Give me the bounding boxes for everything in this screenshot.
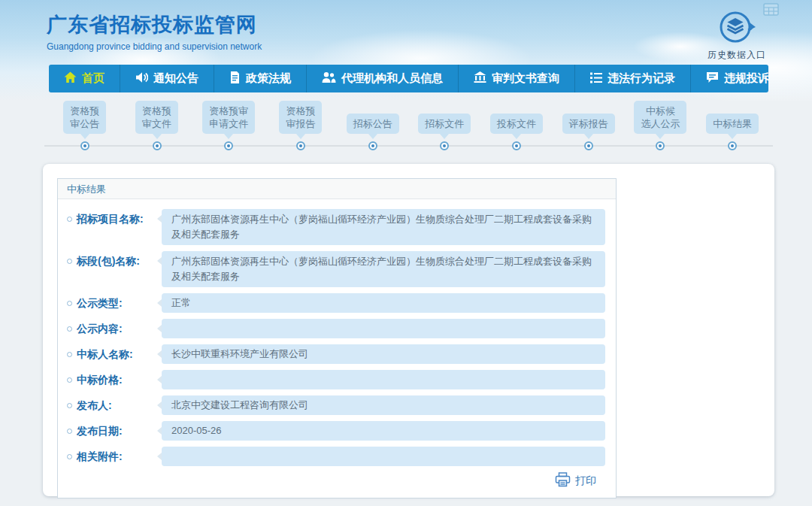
step-bubble[interactable]: 资格预审 申请文件 <box>202 101 255 134</box>
step-candidate-publicity: 中标候 选人公示 <box>625 101 697 150</box>
step-prequal-report: 资格预 审报告 <box>265 101 337 150</box>
step-tender-announcement: 招标公告 <box>337 101 409 150</box>
people-icon <box>322 71 336 86</box>
bullet-icon <box>67 326 72 332</box>
field-label: 发布日期: <box>77 421 123 441</box>
step-bid-document: 投标文件 <box>480 101 553 150</box>
nav-item-agencies[interactable]: 代理机构和人员信息 <box>307 65 459 92</box>
step-dot-icon <box>368 141 377 150</box>
bubble-pointer-icon <box>153 134 162 139</box>
step-dot-icon <box>296 141 305 150</box>
step-dot-icon <box>153 141 162 150</box>
field-label: 中标价格: <box>77 370 123 389</box>
step-bubble[interactable]: 评标报告 <box>562 114 615 134</box>
field-label: 相关附件: <box>77 447 123 466</box>
bubble-pointer-icon <box>728 134 737 139</box>
field-row-winning-price: 中标价格: <box>67 370 605 389</box>
step-bubble[interactable]: 中标结果 <box>706 114 759 134</box>
print-button[interactable]: 打印 <box>555 472 596 489</box>
field-value: 正常 <box>162 293 605 313</box>
field-value: 广州东部固体资源再生中心（萝岗福山循环经济产业园）生物质综合处理厂二期工程成套设… <box>162 209 605 245</box>
field-label: 公示内容: <box>77 319 123 338</box>
nav-item-notices[interactable]: 通知公告 <box>120 65 214 92</box>
step-prequal-document: 资格预 审文件 <box>121 101 193 150</box>
bullet-icon <box>67 259 72 264</box>
home-icon <box>64 71 77 86</box>
step-dot-icon <box>512 141 521 150</box>
field-value <box>162 447 605 466</box>
page-title: 广东省招标投标监管网 <box>47 11 262 38</box>
step-dot-icon <box>80 141 89 150</box>
bubble-pointer-icon <box>584 134 593 139</box>
nav-item-policies[interactable]: 政策法规 <box>214 65 307 92</box>
nav-item-label: 首页 <box>82 71 105 86</box>
field-label: 招标项目名称: <box>77 209 144 229</box>
nav-item-label: 审判文书查询 <box>492 71 559 86</box>
panel-title: 中标结果 <box>58 179 616 199</box>
step-dot-icon <box>224 141 233 150</box>
field-row-publish-date: 发布日期: 2020-05-26 <box>67 421 605 441</box>
bubble-pointer-icon <box>296 134 305 139</box>
field-label: 发布人: <box>77 395 112 415</box>
nav-item-home[interactable]: 首页 <box>49 65 120 92</box>
history-data-icon <box>718 35 756 47</box>
process-steps: 资格预 审公告 资格预 审文件 资格预审 申请文件 资格预 审报告 招标公告 招… <box>49 101 768 150</box>
step-bubble[interactable]: 投标文件 <box>490 114 543 134</box>
step-bubble[interactable]: 资格预 审文件 <box>135 101 178 134</box>
step-bubble[interactable]: 资格预 审公告 <box>63 101 106 134</box>
step-prequal-application: 资格预审 申请文件 <box>192 101 265 150</box>
bullet-icon <box>67 301 72 306</box>
content-card: 中标结果 招标项目名称: 广州东部固体资源再生中心（萝岗福山循环经济产业园）生物… <box>43 164 774 496</box>
step-prequal-announcement: 资格预 审公告 <box>49 101 121 150</box>
bullet-icon <box>67 429 72 434</box>
field-row-publicity-type: 公示类型: 正常 <box>67 293 605 313</box>
bubble-pointer-icon <box>224 134 233 139</box>
nav-item-label: 政策法规 <box>246 71 291 86</box>
bubble-pointer-icon <box>80 134 89 139</box>
field-value: 长沙中联重科环境产业有限公司 <box>162 344 605 364</box>
chat-icon <box>706 71 719 86</box>
field-row-publicity-content: 公示内容: <box>67 319 605 338</box>
main-nav: 首页 通知公告 政策法规 <box>49 65 768 92</box>
step-dot-icon <box>440 141 449 150</box>
speaker-icon <box>135 71 148 86</box>
nav-item-label: 违规投诉 <box>724 71 769 86</box>
nav-item-violations[interactable]: 违法行为记录 <box>575 65 691 92</box>
field-row-section-name: 标段(包)名称: 广州东部固体资源再生中心（萝岗福山循环经济产业园）生物质综合处… <box>67 251 605 287</box>
nav-item-judgments[interactable]: 审判文书查询 <box>459 65 575 92</box>
step-tender-document: 招标文件 <box>409 101 481 150</box>
field-row-project-name: 招标项目名称: 广州东部固体资源再生中心（萝岗福山循环经济产业园）生物质综合处理… <box>67 209 605 245</box>
field-label: 标段(包)名称: <box>77 251 140 271</box>
field-label: 公示类型: <box>77 293 123 313</box>
step-bubble[interactable]: 招标文件 <box>418 114 471 134</box>
bubble-pointer-icon <box>512 134 521 139</box>
printer-icon <box>555 472 571 489</box>
bubble-pointer-icon <box>440 134 449 139</box>
bubble-pointer-icon <box>368 134 377 139</box>
step-dot-icon <box>728 141 737 150</box>
history-data-entry[interactable]: 历史数据入口 <box>699 10 774 62</box>
step-bubble[interactable]: 资格预 审报告 <box>279 101 322 134</box>
step-evaluation-report: 评标报告 <box>553 101 625 150</box>
field-value: 北京中交建设工程咨询有限公司 <box>162 395 605 415</box>
step-bubble[interactable]: 招标公告 <box>347 114 399 134</box>
field-row-winner-name: 中标人名称: 长沙中联重科环境产业有限公司 <box>67 344 605 364</box>
nav-item-label: 违法行为记录 <box>607 71 675 86</box>
nav-item-label: 代理机构和人员信息 <box>341 71 443 86</box>
history-data-label: 历史数据入口 <box>699 49 774 62</box>
bullet-icon <box>67 352 72 357</box>
field-value <box>162 370 605 389</box>
bank-icon <box>474 71 486 86</box>
document-icon <box>229 71 241 86</box>
bullet-icon <box>67 403 72 408</box>
field-value <box>162 319 605 338</box>
list-icon <box>590 72 602 86</box>
field-row-publisher: 发布人: 北京中交建设工程咨询有限公司 <box>67 395 605 415</box>
step-dot-icon <box>584 141 593 150</box>
field-label: 中标人名称: <box>77 344 133 364</box>
site-brand: 广东省招标投标监管网 Guangdong province bidding an… <box>47 11 262 52</box>
bullet-icon <box>67 217 72 222</box>
step-winning-result: 中标结果 <box>696 101 768 150</box>
step-bubble[interactable]: 中标候 选人公示 <box>634 101 686 134</box>
nav-item-complaints[interactable]: 违规投诉 <box>691 65 784 92</box>
